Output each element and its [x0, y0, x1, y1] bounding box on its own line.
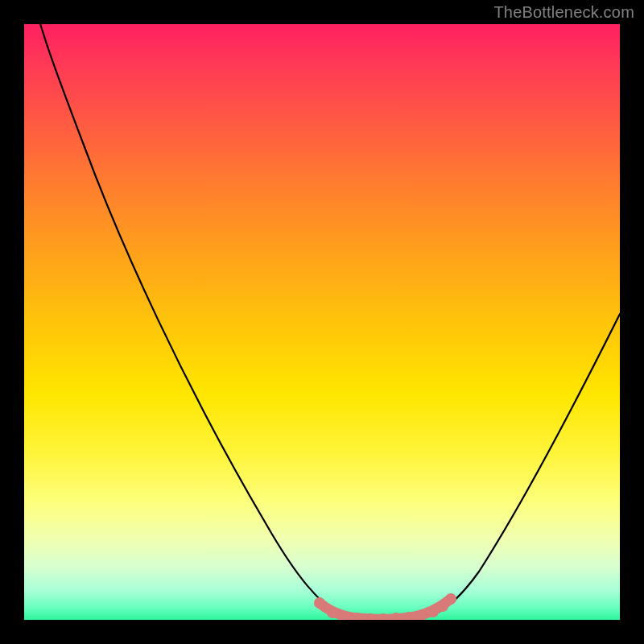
main-curve — [24, 24, 620, 619]
chart-container: TheBottleneck.com — [0, 0, 644, 644]
highlight-stroke — [320, 599, 451, 619]
plot-area — [24, 24, 620, 620]
curve-svg — [24, 24, 620, 620]
watermark-text: TheBottleneck.com — [493, 3, 634, 22]
